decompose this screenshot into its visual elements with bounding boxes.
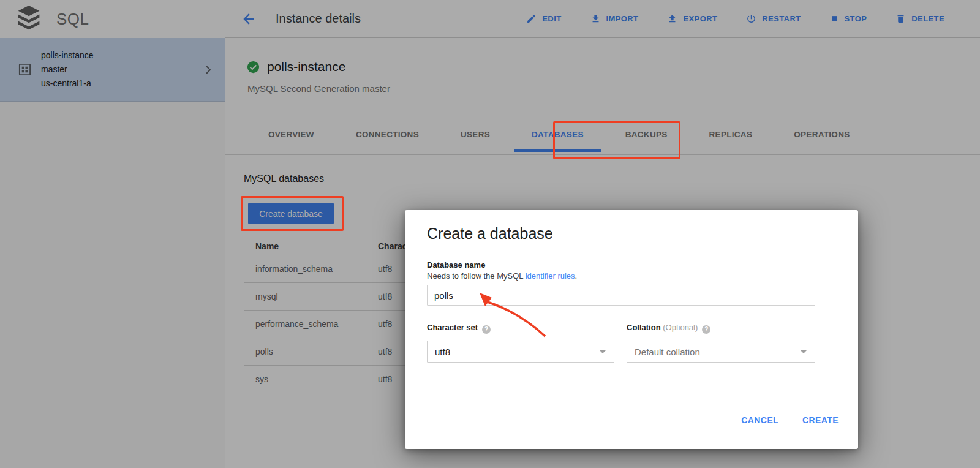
charset-label: Character set? bbox=[427, 323, 491, 334]
dropdown-caret-icon bbox=[600, 350, 606, 353]
database-name-help: Needs to follow the MySQL identifier rul… bbox=[427, 271, 577, 281]
collation-help-icon[interactable]: ? bbox=[702, 325, 710, 334]
collation-label: Collation (Optional)? bbox=[627, 323, 710, 334]
charset-select[interactable]: utf8 bbox=[427, 341, 614, 363]
dialog-actions: CANCEL CREATE bbox=[741, 415, 839, 425]
charset-help-icon[interactable]: ? bbox=[482, 325, 491, 334]
gcp-sql-console: SQL polls-instance master us-central1-a … bbox=[0, 0, 980, 468]
create-button[interactable]: CREATE bbox=[802, 415, 839, 425]
dialog-title: Create a database bbox=[427, 225, 553, 243]
cancel-button[interactable]: CANCEL bbox=[741, 415, 778, 425]
dropdown-caret-icon bbox=[801, 350, 807, 353]
identifier-rules-link[interactable]: identifier rules bbox=[526, 271, 575, 281]
collation-select[interactable]: Default collation bbox=[627, 341, 815, 363]
database-name-label: Database name bbox=[427, 260, 485, 270]
create-database-dialog: Create a database Database name Needs to… bbox=[405, 210, 858, 449]
database-name-input[interactable] bbox=[427, 285, 815, 306]
